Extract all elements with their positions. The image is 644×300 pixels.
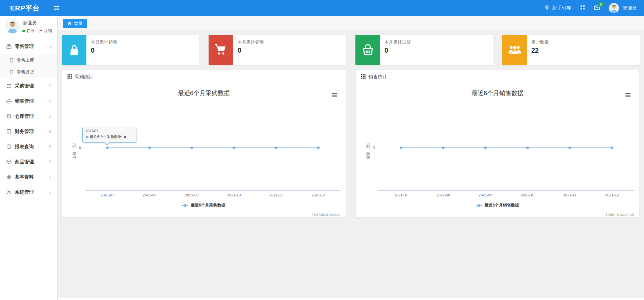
legend-marker-icon [476, 204, 482, 207]
sidebar-item-retail-outbound[interactable]: 零售出库 [0, 54, 57, 66]
stat-card-month-sales: 本月累计销售 0 [209, 35, 346, 65]
legend-item[interactable]: 最近6个月采购数据 [62, 202, 346, 208]
legend-item[interactable]: 最近6个月销售数据 [356, 202, 639, 208]
data-point[interactable] [190, 146, 193, 149]
sidebar-toggle-button[interactable] [54, 5, 59, 11]
basket-icon [355, 35, 380, 65]
pie-chart-icon [6, 144, 12, 149]
message-count-badge: 0 [598, 2, 603, 7]
newbie-guide-button[interactable]: 新手引导 [544, 5, 571, 11]
sidebar-item-warehouse-management[interactable]: 仓库管理 [0, 109, 57, 124]
sidebar-item-goods-management[interactable]: 商品管理 [0, 154, 57, 169]
top-navbar: ERP平台 新手引导 0 管理员 [0, 0, 644, 16]
chevron-left-icon [49, 130, 53, 133]
tooltip-value: 0 [124, 135, 126, 139]
y-axis-title: 金额（元） [72, 141, 77, 159]
sidebar-item-purchase-management[interactable]: 采购管理 [0, 78, 57, 93]
chevron-left-icon [49, 145, 53, 148]
x-axis-label: 2021-08 [423, 193, 463, 197]
sidebar-item-label: 报表查询 [15, 144, 34, 150]
tab-home[interactable]: 首页 [63, 19, 87, 28]
highcharts-credit[interactable]: Highcharts.com.cn [606, 213, 634, 216]
cart-icon [209, 35, 233, 65]
sidebar-item-finance-management[interactable]: 财务管理 [0, 124, 57, 139]
sales-stats-panel: 销售统计 最近6个月销售数据 金额（元） 0 [355, 70, 640, 218]
sidebar-item-sales-management[interactable]: 销售管理 [0, 93, 57, 109]
tooltip-series-label: 最近6个月采购数据: [90, 134, 123, 139]
highcharts-credit[interactable]: Highcharts.com.cn [312, 213, 340, 216]
chevron-left-icon [49, 175, 53, 179]
data-point[interactable] [275, 146, 277, 149]
legend-label: 最近6个月销售数据 [484, 202, 519, 208]
sidebar-item-label: 采购管理 [15, 83, 34, 89]
sidebar-item-label: 财务管理 [15, 129, 34, 135]
fullscreen-arrows-icon [580, 5, 585, 11]
logout-label: 注销 [44, 28, 52, 34]
sidebar-item-report-query[interactable]: 报表查询 [0, 139, 57, 154]
data-point[interactable] [400, 146, 402, 149]
stat-card-label: 用户数量 [531, 39, 640, 45]
sidebar-item-label: 商品管理 [15, 159, 34, 165]
sidebar-item-basic-data[interactable]: 基本资料 [0, 169, 57, 185]
users-icon [502, 35, 527, 65]
chart-title: 最近6个月销售数据 [356, 89, 639, 97]
data-point[interactable] [106, 146, 109, 149]
data-point[interactable] [484, 146, 487, 149]
user-avatar[interactable] [609, 3, 619, 13]
data-point[interactable] [611, 146, 613, 149]
x-axis-label: 2021-10 [507, 193, 548, 197]
grid-icon [6, 174, 12, 180]
app-brand: ERP平台 [10, 3, 40, 13]
sidebar-item-label: 仓库管理 [15, 113, 34, 119]
stat-card-value: 0 [238, 47, 346, 54]
sign-out-icon [38, 28, 43, 34]
purchase-stats-panel: 采购统计 最近6个月采购数据 金额（元） 0 [62, 70, 346, 218]
dashboard-content: 今日累计销售 0 本月累计销售 0 本月累计进货 0 [58, 30, 644, 298]
data-point[interactable] [233, 146, 235, 149]
data-point[interactable] [568, 146, 571, 149]
sidebar-item-label: 零售出库 [17, 57, 34, 63]
logout-link[interactable]: 注销 [38, 28, 52, 34]
stat-card-label: 今日累计销售 [91, 39, 199, 45]
th-grid-icon [361, 74, 366, 80]
layers-icon [6, 113, 12, 119]
tooltip-series-dot [86, 136, 88, 138]
page-footer [58, 298, 644, 300]
sidebar-item-system-management[interactable]: 系统管理 [0, 185, 57, 200]
home-icon [67, 21, 72, 27]
x-axis-label: 2021-09 [171, 193, 212, 197]
box-icon [6, 159, 12, 165]
chart-context-menu-button[interactable] [332, 92, 337, 99]
x-axis-label: 2021-08 [129, 193, 170, 197]
x-axis-label: 2021-11 [549, 193, 590, 197]
x-axis-label: 2021-07 [87, 193, 128, 197]
fullscreen-button[interactable] [580, 5, 585, 11]
x-axis-line [378, 190, 634, 191]
series-line [401, 147, 612, 148]
sidebar-username: 管理员 [22, 19, 57, 26]
sidebar-avatar[interactable] [5, 19, 20, 33]
data-point[interactable] [317, 146, 320, 149]
data-point[interactable] [148, 146, 151, 149]
sidebar-item-retail-returns[interactable]: 零售退货 [0, 66, 57, 78]
panel-title: 销售统计 [368, 74, 387, 80]
data-point[interactable] [442, 146, 445, 149]
data-point[interactable] [526, 146, 529, 149]
navbar-username[interactable]: 管理员 [622, 5, 637, 11]
stat-card-value: 0 [91, 47, 199, 54]
online-status-dot [22, 30, 25, 32]
chart-context-menu-button[interactable] [625, 92, 630, 99]
x-axis-label: 2021-12 [298, 193, 339, 197]
retail-submenu: 零售出库 零售退货 [0, 54, 57, 78]
x-axis-label: 2021-12 [592, 193, 632, 197]
y-axis-tick: 0 [75, 146, 81, 150]
messages-button[interactable]: 0 [594, 5, 600, 11]
gear-icon [6, 189, 12, 195]
x-axis-label: 2021-09 [465, 193, 506, 197]
sidebar-item-retail-management[interactable]: 零售管理 [0, 39, 57, 54]
stat-card-month-purchases: 本月累计进货 0 [355, 35, 493, 65]
sidebar-user-panel: 管理员 在线 注销 [0, 16, 57, 36]
th-grid-icon [68, 74, 72, 80]
x-axis-label: 2021-10 [214, 193, 254, 197]
chevron-left-icon [49, 100, 53, 103]
